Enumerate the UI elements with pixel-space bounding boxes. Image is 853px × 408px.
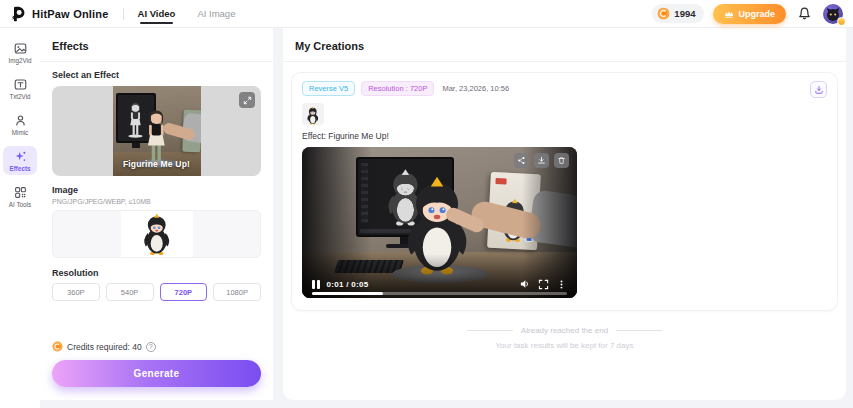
topbar: HitPaw Online AI Video AI Image 1994: [0, 0, 853, 28]
selected-effect-card[interactable]: Figurine Me Up!: [52, 86, 261, 176]
grid-tools-icon: [14, 186, 27, 199]
download-video-button[interactable]: [534, 153, 549, 168]
volume-button[interactable]: [519, 278, 531, 290]
pause-button[interactable]: [312, 280, 320, 289]
hitpaw-online-app: HitPaw Online AI Video AI Image 1994: [0, 0, 853, 408]
image-formats-hint: PNG/JPG/JPEG/WEBP, ≤10MB: [52, 198, 261, 205]
sidebar-label-mimic: Mimic: [12, 129, 28, 136]
creation-card: Reverse V5 Resolution : 720P Mar, 23,202…: [291, 72, 838, 311]
text-to-video-icon: [14, 78, 27, 91]
share-button[interactable]: [514, 153, 529, 168]
model-badge: Reverse V5: [302, 81, 355, 96]
resolution-options: 360P 540P 720P 1080P: [52, 283, 261, 301]
resolution-label: Resolution: [52, 268, 261, 278]
resolution-540p-button[interactable]: 540P: [106, 283, 154, 301]
image-upload-preview[interactable]: [52, 210, 261, 258]
tab-ai-image[interactable]: AI Image: [197, 0, 235, 27]
video-time: 0:01 / 0:05: [327, 280, 369, 289]
download-icon: [537, 156, 546, 165]
tab-ai-video[interactable]: AI Video: [138, 0, 176, 27]
my-creations-panel: My Creations Reverse V5 Resolution : 720…: [283, 28, 846, 400]
video-action-buttons: [514, 153, 569, 168]
creation-meta-row: Reverse V5 Resolution : 720P Mar, 23,202…: [302, 81, 827, 96]
creations-panel-header: My Creations: [283, 28, 846, 62]
vip-badge: [837, 17, 846, 26]
sidebar-label-txt2vid: Txt2Vid: [9, 93, 30, 100]
end-of-list: Already reached the end: [283, 326, 846, 335]
credits-value: 1994: [674, 8, 695, 19]
sidebar-label-img2vid: Img2Vid: [9, 57, 32, 64]
resolution-720p-button[interactable]: 720P: [160, 283, 208, 301]
effects-panel-footer: Credits required: 40 ? Generate: [40, 341, 273, 400]
brand-name: HitPaw Online: [32, 8, 109, 20]
volume-icon: [519, 278, 531, 290]
brand[interactable]: HitPaw Online: [10, 6, 109, 22]
end-of-list-text: Already reached the end: [521, 326, 608, 335]
hitpaw-logo-icon: [10, 6, 26, 22]
download-creation-button[interactable]: [810, 81, 827, 98]
sidebar-item-mimic[interactable]: Mimic: [3, 110, 37, 139]
select-effect-label: Select an Effect: [52, 70, 261, 80]
header-actions: 1994 Upgrade: [652, 4, 843, 24]
more-options-button[interactable]: [556, 279, 567, 290]
question-icon[interactable]: ?: [146, 342, 156, 352]
delete-video-button[interactable]: [554, 153, 569, 168]
delete-icon: [557, 156, 566, 165]
fullscreen-icon: [538, 279, 549, 290]
share-icon: [517, 156, 526, 165]
penguin-image: [141, 212, 172, 256]
coin-icon: [52, 341, 63, 352]
tools-sidebar: Img2Vid Txt2Vid Mimic Effects: [0, 28, 40, 408]
resolution-badge: Resolution : 720P: [361, 81, 434, 96]
creation-effect-label: Effect: Figurine Me Up!: [302, 131, 827, 141]
tab-ai-video-label: AI Video: [138, 8, 176, 19]
sparkles-icon: [14, 150, 27, 163]
sidebar-item-ai-tools[interactable]: AI Tools: [3, 182, 37, 211]
upgrade-label: Upgrade: [738, 9, 775, 19]
notifications-bell-icon[interactable]: [795, 4, 814, 23]
image-to-video-icon: [14, 42, 27, 55]
generate-button[interactable]: Generate: [52, 360, 261, 387]
effects-panel-header: Effects: [40, 28, 273, 62]
credits-required-text: Credits required: 40: [67, 342, 142, 352]
person-icon: [14, 114, 27, 127]
expand-effect-button[interactable]: [239, 92, 255, 108]
image-section-label: Image: [52, 185, 261, 195]
effects-panel: Effects Select an Effect Figurine Me U: [40, 28, 273, 400]
sidebar-label-ai-tools: AI Tools: [9, 201, 31, 208]
effects-panel-body: Select an Effect Figurine Me Up!: [40, 62, 273, 301]
upgrade-button[interactable]: Upgrade: [713, 4, 786, 24]
video-player[interactable]: 0:01 / 0:05: [302, 147, 577, 298]
credits-required-row: Credits required: 40 ?: [52, 341, 261, 352]
video-progress-bar[interactable]: [312, 292, 567, 295]
retention-notice: Your task results will be kept for 7 day…: [283, 341, 846, 350]
effects-panel-title: Effects: [52, 40, 89, 52]
creation-timestamp: Mar, 23,2026, 10:56: [442, 84, 509, 93]
user-avatar[interactable]: [823, 4, 843, 24]
header-divider: [123, 8, 124, 20]
video-progress-fill: [312, 292, 383, 295]
crown-icon: [724, 9, 734, 19]
expand-icon: [243, 96, 252, 105]
video-controls: 0:01 / 0:05: [312, 278, 567, 290]
download-icon: [814, 85, 824, 95]
woman-figurine-illustration: [139, 102, 173, 166]
sidebar-label-effects: Effects: [10, 165, 31, 172]
coin-icon: [657, 7, 670, 20]
sidebar-item-txt2vid[interactable]: Txt2Vid: [3, 74, 37, 103]
sidebar-item-effects[interactable]: Effects: [3, 146, 37, 175]
credits-balance[interactable]: 1994: [652, 4, 704, 23]
penguin-thumbnail-image: [306, 106, 320, 125]
source-image-thumbnail[interactable]: [302, 103, 324, 125]
effect-name-caption: Figurine Me Up!: [52, 159, 261, 169]
resolution-360p-button[interactable]: 360P: [52, 283, 100, 301]
resolution-1080p-button[interactable]: 1080P: [213, 283, 261, 301]
creations-panel-title: My Creations: [295, 40, 364, 52]
tab-ai-image-label: AI Image: [197, 8, 235, 19]
fullscreen-button[interactable]: [538, 279, 549, 290]
uploaded-image: [121, 211, 193, 257]
sidebar-item-img2vid[interactable]: Img2Vid: [3, 38, 37, 67]
kebab-menu-icon: [556, 279, 567, 290]
main-tabs: AI Video AI Image: [138, 0, 236, 27]
